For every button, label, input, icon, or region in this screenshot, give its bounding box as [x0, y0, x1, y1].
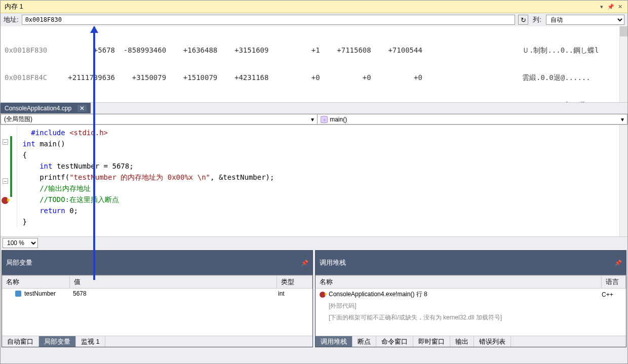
scope-bar: (全局范围)▾ ⬦main()▾	[1, 114, 627, 125]
zoom-select[interactable]: 100 %	[3, 238, 38, 248]
tab-auto[interactable]: 自动窗口	[2, 336, 39, 347]
tab-errorlist[interactable]: 错误列表	[474, 336, 511, 347]
column-select[interactable]: 自动	[546, 15, 624, 25]
locals-header: 名称 值 类型	[2, 275, 312, 289]
fold-icon[interactable]: −	[3, 139, 8, 145]
mem-vals: +5678 -858993460 +1636488 +3151609 +1 +7…	[55, 45, 522, 56]
pin-icon[interactable]: 📌	[301, 259, 308, 266]
memory-panel: 内存 1 ▾ 📌 ✕ 地址: ↻ 列: 自动 0x0018F830 +5678 …	[1, 1, 627, 103]
frame-name: [外部代码]	[329, 302, 357, 310]
close-icon[interactable]: ✕	[301, 266, 308, 273]
code-scrollbar[interactable]	[619, 125, 627, 236]
tab-locals[interactable]: 局部变量	[39, 336, 76, 347]
locals-title: 局部变量	[6, 258, 301, 267]
callstack-tabs: 调用堆栈 断点 命令窗口 即时窗口 输出 错误列表	[316, 336, 626, 347]
tab-close-icon[interactable]: ✕	[77, 105, 87, 112]
var-type: int	[278, 290, 308, 297]
code-line[interactable]: }	[18, 216, 627, 227]
memory-panel-title: 内存 1	[5, 2, 598, 11]
memory-address-bar: 地址: ↻ 列: 自动	[1, 13, 627, 26]
variable-row[interactable]: testNumber 5678 int	[2, 289, 312, 299]
code-line[interactable]: #include <stdio.h>	[18, 127, 627, 138]
mem-addr: 0x0018F84C	[5, 72, 55, 83]
stack-frame-row[interactable]: [下面的框架可能不正确和/或缺失，没有为 kernel32.dll 加载符号]	[316, 312, 626, 323]
code-gutter: − −	[1, 128, 11, 204]
refresh-button[interactable]: ↻	[518, 15, 528, 25]
function-icon: ⬦	[321, 116, 328, 123]
code-line[interactable]: //输出内存地址	[18, 183, 627, 194]
current-frame-icon	[320, 292, 326, 298]
callstack-header: 名称 语言	[316, 275, 626, 289]
frame-name: [下面的框架可能不正确和/或缺失，没有为 kernel32.dll 加载符号]	[329, 313, 502, 322]
scope-dropdown-right[interactable]: ⬦main()▾	[317, 114, 627, 125]
editor-tabs: ConsoleApplication4.cpp ✕	[1, 103, 627, 114]
variable-icon	[15, 291, 21, 297]
var-name: testNumber	[24, 290, 70, 297]
frame-lang: C++	[602, 291, 622, 298]
locals-body: testNumber 5678 int	[2, 289, 312, 336]
breakpoint-current-icon[interactable]	[2, 197, 9, 204]
scope-dropdown-left[interactable]: (全局范围)▾	[1, 114, 317, 125]
code-line[interactable]: return 0;	[18, 205, 627, 216]
zoom-bar: 100 %	[1, 236, 627, 249]
tab-callstack[interactable]: 调用堆栈	[316, 336, 352, 347]
tab-breakpoints[interactable]: 断点	[352, 336, 376, 347]
stack-frame-row[interactable]: ConsoleApplication4.exe!main() 行 8 C++	[316, 289, 626, 300]
header-value[interactable]: 值	[70, 276, 277, 288]
code-line[interactable]: int testNumber = 5678;	[18, 160, 627, 172]
address-input[interactable]	[22, 15, 516, 25]
close-icon[interactable]: ✕	[615, 266, 622, 273]
tab-filename: ConsoleApplication4.cpp	[5, 105, 71, 112]
code-change-bar	[10, 136, 12, 197]
pin-icon[interactable]: 📌	[615, 259, 622, 266]
column-label: 列:	[533, 15, 541, 24]
mem-vals: +1634400 +0 +1636428 +0 +1636572 +314993…	[55, 99, 522, 102]
mem-addr: 0x0018F868	[5, 99, 55, 102]
header-name[interactable]: 名称	[316, 276, 602, 288]
var-value: 5678	[73, 290, 275, 297]
close-icon[interactable]: ✕	[616, 3, 623, 10]
header-name[interactable]: 名称	[2, 276, 70, 288]
locals-title-bar: 局部变量 ▾ 📌 ✕	[2, 251, 312, 275]
callstack-body: ConsoleApplication4.exe!main() 行 8 C++ […	[316, 289, 626, 336]
tab-command[interactable]: 命令窗口	[376, 336, 413, 347]
code-editor[interactable]: ⇕ − − #include <stdio.h> int main() { in…	[1, 125, 627, 236]
frame-name: ConsoleApplication4.exe!main() 行 8	[329, 290, 599, 299]
header-type[interactable]: 类型	[277, 276, 312, 288]
mem-ascii: Ｕ.制制...0..鋼し蝶l	[522, 45, 623, 56]
callstack-title: 调用堆栈	[320, 258, 615, 267]
memory-scrollbar[interactable]	[619, 26, 627, 102]
locals-panel: 局部变量 ▾ 📌 ✕ 名称 值 类型 testNumber 5678 int 自…	[2, 250, 313, 347]
mem-addr: 0x0018F830	[5, 45, 55, 56]
tab-immediate[interactable]: 即时窗口	[413, 336, 450, 347]
tab-output[interactable]: 输出	[450, 336, 474, 347]
memory-dump-view: 0x0018F830 +5678 -858993460 +1636488 +31…	[1, 26, 627, 102]
header-lang[interactable]: 语言	[602, 276, 626, 288]
callstack-title-bar: 调用堆栈 ▾ 📌 ✕	[316, 251, 626, 275]
bottom-panel-section: 局部变量 ▾ 📌 ✕ 名称 值 类型 testNumber 5678 int 自…	[1, 249, 627, 348]
stack-frame-row[interactable]: [外部代码]	[316, 300, 626, 312]
memory-panel-title-bar: 内存 1 ▾ 📌 ✕	[1, 1, 627, 13]
address-label: 地址:	[4, 15, 19, 24]
mem-vals: +2111739636 +3150079 +1510079 +4231168 +…	[55, 72, 522, 83]
code-line[interactable]: {	[18, 149, 627, 160]
tab-watch[interactable]: 监视 1	[76, 336, 105, 347]
mem-ascii: ..........^0'綑	[522, 99, 623, 102]
window-dropdown-icon[interactable]: ▾	[301, 252, 308, 259]
pin-icon[interactable]: 📌	[607, 3, 614, 10]
locals-tabs: 自动窗口 局部变量 监视 1	[2, 336, 312, 347]
fold-icon[interactable]: −	[3, 178, 8, 184]
callstack-panel: 调用堆栈 ▾ 📌 ✕ 名称 语言 ConsoleApplication4.exe…	[315, 250, 626, 347]
code-line[interactable]: printf("testNumber 的内存地址为 0x00%x \n", &t…	[18, 172, 627, 183]
code-line[interactable]: //TODO:在这里插入断点	[18, 194, 627, 205]
mem-ascii: 雲緞.0.0退@......	[522, 72, 623, 83]
window-dropdown-icon[interactable]: ▾	[615, 252, 622, 259]
tab-source-file[interactable]: ConsoleApplication4.cpp ✕	[1, 103, 91, 113]
window-dropdown-icon[interactable]: ▾	[598, 3, 605, 10]
code-line[interactable]: int main()	[18, 138, 627, 149]
